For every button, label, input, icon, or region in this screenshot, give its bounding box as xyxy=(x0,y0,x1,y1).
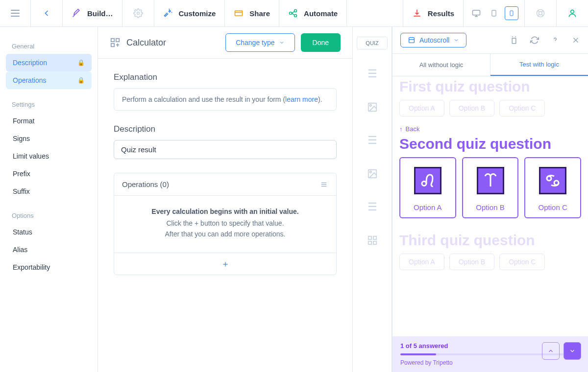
leo-icon xyxy=(414,167,441,194)
tab-customize[interactable]: Customize xyxy=(154,0,225,26)
sidebar-item-signs[interactable]: Signs xyxy=(6,130,92,147)
outline-list-icon[interactable]: ☰ xyxy=(353,190,392,224)
desktop-icon xyxy=(472,9,481,18)
tab-share[interactable]: Share xyxy=(225,0,279,26)
svg-point-22 xyxy=(369,105,371,107)
sidebar-group-settings: Settings xyxy=(6,97,92,112)
explanation-box: Perform a calculation and use the result… xyxy=(114,88,337,111)
chevron-down-icon xyxy=(569,348,576,354)
add-operation-button[interactable]: ＋ xyxy=(114,253,336,275)
hamburger-icon xyxy=(11,10,20,17)
change-type-button[interactable]: Change type xyxy=(225,33,294,52)
build-settings[interactable] xyxy=(122,0,154,26)
q3-option-a[interactable]: Option A xyxy=(399,254,444,270)
sidebar-group-options: Options xyxy=(6,208,92,223)
cancer-icon xyxy=(539,167,566,194)
svg-rect-27 xyxy=(368,241,371,244)
chevron-down-icon xyxy=(453,37,459,43)
tab-results[interactable]: Results xyxy=(403,0,464,26)
device-desktop[interactable] xyxy=(469,6,483,20)
learn-more-link[interactable]: learn more xyxy=(285,95,318,103)
chevron-up-icon xyxy=(547,348,554,354)
menu-toggle[interactable] xyxy=(0,0,31,26)
svg-point-24 xyxy=(369,171,371,173)
help-icon[interactable] xyxy=(551,36,560,45)
question-1-title: First quiz question xyxy=(399,78,581,95)
sidebar-item-description[interactable]: Description🔒 xyxy=(6,54,92,71)
svg-rect-15 xyxy=(111,44,114,46)
tablet-icon xyxy=(490,9,497,18)
automate-icon xyxy=(288,8,298,18)
plus-icon: ＋ xyxy=(221,259,230,269)
prev-question-button[interactable] xyxy=(542,342,560,360)
gear-icon xyxy=(133,8,143,18)
done-button[interactable]: Done xyxy=(301,33,341,52)
chevron-down-icon xyxy=(279,40,285,46)
sidebar-item-prefix[interactable]: Prefix xyxy=(6,165,92,183)
tab-automate[interactable]: Automate xyxy=(279,0,347,26)
sidebar-item-status[interactable]: Status xyxy=(6,223,92,241)
close-icon[interactable] xyxy=(571,36,580,45)
operations-title: Operations (0) xyxy=(122,180,169,188)
lock-icon: 🔒 xyxy=(77,77,85,84)
description-input[interactable] xyxy=(114,140,337,159)
outline-image-icon[interactable] xyxy=(353,157,392,190)
quiz-chip[interactable]: QUIZ xyxy=(357,37,388,49)
svg-rect-26 xyxy=(373,236,376,239)
chevron-left-icon xyxy=(42,8,51,18)
collapse-icon[interactable] xyxy=(510,36,518,45)
outline-list-icon[interactable]: ☰ xyxy=(353,57,392,91)
list-icon[interactable] xyxy=(319,181,328,188)
device-tablet[interactable] xyxy=(487,6,501,20)
powered-by[interactable]: Powered by Tripetto xyxy=(400,359,580,366)
settings-sidebar: General Description🔒 Operations🔒 Setting… xyxy=(0,27,98,372)
back-button[interactable] xyxy=(31,0,63,26)
svg-point-0 xyxy=(137,12,139,15)
q1-option-b[interactable]: Option B xyxy=(449,100,494,116)
svg-point-2 xyxy=(290,12,292,15)
outline-list-icon[interactable]: ☰ xyxy=(353,124,392,157)
tab-build[interactable]: Build… xyxy=(63,0,122,26)
sidebar-item-export[interactable]: Exportability xyxy=(6,258,92,276)
autoscroll-dropdown[interactable]: Autoscroll xyxy=(400,33,466,47)
svg-point-4 xyxy=(294,15,297,17)
q3-option-c[interactable]: Option C xyxy=(499,254,545,270)
sidebar-group-general: General xyxy=(6,39,92,54)
outline-image-icon[interactable] xyxy=(353,91,392,124)
page-title: Calculator xyxy=(126,38,166,48)
sidebar-item-format[interactable]: Format xyxy=(6,112,92,130)
operations-box: Operations (0) Every calculation begins … xyxy=(114,173,337,275)
question-3-title: Third quiz question xyxy=(399,232,581,249)
q2-option-c[interactable]: Option C xyxy=(524,157,581,218)
account-button[interactable] xyxy=(557,0,588,26)
svg-rect-29 xyxy=(409,38,415,43)
description-title: Description xyxy=(114,124,337,134)
svg-rect-25 xyxy=(368,236,371,239)
lifebuoy-icon xyxy=(536,8,545,18)
outline-calc-icon[interactable] xyxy=(353,224,392,257)
explanation-title: Explanation xyxy=(114,72,337,82)
tab-test-with-logic[interactable]: Test with logic xyxy=(490,54,588,76)
next-question-button[interactable] xyxy=(564,342,581,360)
q1-option-c[interactable]: Option C xyxy=(499,100,545,116)
back-link[interactable]: ↑Back xyxy=(399,125,581,133)
results-icon xyxy=(412,8,422,18)
refresh-icon[interactable] xyxy=(530,36,539,45)
tab-all-without-logic[interactable]: All without logic xyxy=(392,54,490,76)
sidebar-item-limit[interactable]: Limit values xyxy=(6,147,92,165)
q2-option-b[interactable]: Option B xyxy=(462,157,519,218)
q3-option-b[interactable]: Option B xyxy=(449,254,494,270)
help-button[interactable] xyxy=(525,0,557,26)
device-mobile[interactable] xyxy=(505,6,518,20)
sidebar-item-alias[interactable]: Alias xyxy=(6,241,92,258)
share-icon xyxy=(234,8,244,18)
q1-option-a[interactable]: Option A xyxy=(399,100,444,116)
q2-option-a[interactable]: Option A xyxy=(399,157,456,218)
sidebar-item-operations[interactable]: Operations🔒 xyxy=(6,71,92,89)
sidebar-item-suffix[interactable]: Suffix xyxy=(6,183,92,200)
arrow-up-icon: ↑ xyxy=(399,125,403,133)
wand-icon xyxy=(163,8,173,18)
svg-rect-1 xyxy=(235,11,243,16)
svg-rect-14 xyxy=(116,39,119,42)
mobile-icon xyxy=(509,9,514,18)
